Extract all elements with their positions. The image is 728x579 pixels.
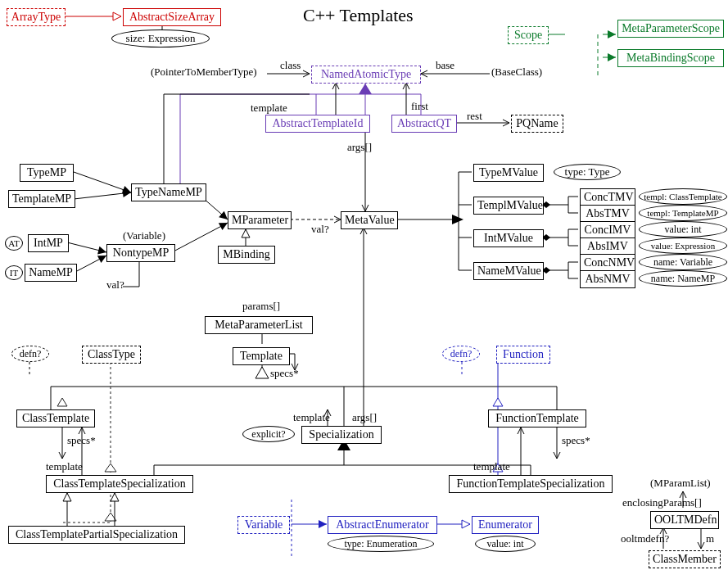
svg-line-22 (75, 256, 106, 272)
attr-templ-templatemp: templ: TemplateMP (639, 205, 727, 221)
node-metaparameterscope: MetaParameterScope (617, 20, 724, 38)
label-class: class (280, 59, 301, 72)
node-absimv: AbsIMV (580, 237, 635, 256)
attr-defn-left: defn? (11, 346, 49, 362)
node-concimv: ConcIMV (580, 221, 635, 239)
node-functiontemplate: FunctionTemplate (488, 409, 586, 427)
node-template: Template (233, 347, 290, 365)
label-specs-left: specs* (67, 434, 96, 447)
label-base: base (436, 59, 454, 72)
node-classtype: ClassType (82, 346, 141, 364)
node-concnmv: ConcNMV (580, 254, 635, 272)
label-args-top: args[] (347, 141, 372, 154)
attr-explicit: explicit? (242, 426, 295, 442)
label-template-top: template (251, 102, 287, 115)
node-templatemp: TemplateMP (8, 190, 75, 208)
svg-line-18 (74, 172, 131, 192)
label-ooltmdefnq: ooltmdefn? (621, 532, 669, 545)
node-pqname: PQName (511, 115, 563, 133)
node-metavalue: MetaValue (341, 211, 398, 229)
label-template-right: template (473, 460, 510, 473)
attr-templ-classtemplate: templ: ClassTemplate (639, 188, 727, 205)
node-namedatomictype: NamedAtomicType (311, 66, 421, 84)
attr-defn-right: defn? (442, 346, 480, 362)
node-abstractenumerator: AbstractEnumerator (328, 516, 437, 534)
node-absnmv: AbsNMV (580, 270, 635, 288)
node-classtemplate: ClassTemplate (16, 409, 95, 427)
page-title: C++ Templates (303, 5, 414, 26)
attr-name-variable: name: Variable (639, 254, 727, 270)
node-abstracttemplateid: AbstractTemplateId (265, 115, 370, 133)
svg-line-19 (74, 192, 131, 199)
node-templmvalue: TemplMValue (473, 197, 544, 215)
attr-value-int-enum: value: int (475, 536, 536, 552)
oval-at: AT (5, 236, 23, 251)
node-function: Function (496, 346, 550, 364)
label-pointertomembertype: (PointerToMemberType) (151, 66, 257, 79)
label-enclosingparams: enclosingParams[] (622, 496, 702, 509)
node-scope: Scope (508, 26, 549, 44)
node-typemvalue: TypeMValue (473, 164, 544, 182)
label-valq-mid: val? (311, 223, 329, 236)
node-intmvalue: IntMValue (473, 229, 544, 247)
node-metaparameterlist: MetaParameterList (205, 316, 313, 334)
node-abstmv: AbsTMV (580, 205, 635, 223)
oval-it: IT (5, 265, 23, 280)
label-template-left: template (46, 460, 83, 473)
node-namemvalue: NameMValue (473, 262, 544, 280)
attr-value-int: value: int (639, 221, 727, 237)
attr-value-expression: value: Expression (639, 237, 727, 254)
node-classmember: ClassMember (649, 550, 721, 568)
node-typemp: TypeMP (20, 164, 74, 182)
node-enumerator: Enumerator (472, 516, 539, 534)
attr-type-type: type: Type (554, 164, 621, 180)
node-namemp: NameMP (25, 264, 77, 282)
node-classtemplatepartialspecialization: ClassTemplatePartialSpecialization (8, 526, 185, 544)
node-abstractqt: AbstractQT (391, 115, 457, 133)
label-m: m (706, 532, 714, 545)
node-specialization: Specialization (301, 426, 382, 444)
attr-size-expression: size: Expression (111, 29, 210, 47)
node-intmp: IntMP (28, 234, 69, 252)
label-mparamlist: (MParamList) (650, 477, 711, 490)
label-specs-right: specs* (562, 434, 590, 447)
label-valq-left: val? (106, 278, 124, 292)
label-variable-paren: (Variable) (123, 229, 165, 242)
svg-line-21 (67, 242, 106, 252)
node-abstractsizearray: AbstractSizeArray (123, 8, 221, 26)
label-template-mid: template (293, 411, 330, 424)
label-specs-mid: specs* (270, 367, 299, 380)
node-mbinding: MBinding (218, 246, 275, 264)
label-params: params[] (242, 300, 280, 313)
label-args-mid: args[] (352, 411, 377, 424)
attr-name-namemp: name: NameMP (639, 270, 727, 287)
label-baseclass: (BaseClass) (491, 66, 542, 79)
label-rest: rest (467, 110, 482, 123)
node-metabindingscope: MetaBindingScope (617, 49, 724, 67)
node-classtemplatespecialization: ClassTemplateSpecialization (46, 475, 193, 493)
node-ooltmdefn: OOLTMDefn (650, 511, 719, 529)
node-typenamemp: TypeNameMP (131, 183, 206, 201)
label-first: first (411, 100, 428, 113)
node-variable: Variable (237, 516, 290, 534)
node-mparameter: MParameter (228, 211, 292, 229)
attr-type-enumeration: type: Enumeration (328, 536, 434, 552)
node-arraytype: ArrayType (7, 8, 66, 26)
node-conctmv: ConcTMV (580, 188, 635, 206)
node-nontypemp: NontypeMP (106, 244, 175, 262)
node-functiontemplatespecialization: FunctionTemplateSpecialization (449, 475, 613, 493)
